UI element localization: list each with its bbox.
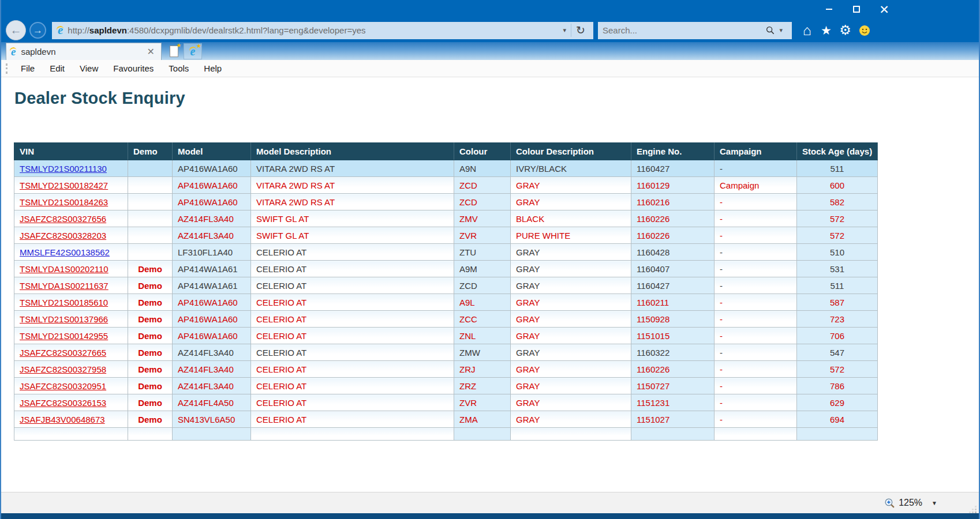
zoom-dropdown-icon[interactable]: ▼ <box>932 500 937 506</box>
footer-cell <box>14 428 128 441</box>
table-row: TSMLYD21S00137966DemoAP416WA1A60CELERIO … <box>14 311 878 328</box>
vin-link[interactable]: JSAFZC82S00327958 <box>20 364 106 374</box>
table-row: JSAFZC82S00326153DemoAZ414FL4A50CELERIO … <box>14 394 878 411</box>
vin-link[interactable]: JSAFZC82S00327665 <box>20 348 106 358</box>
tab-close-icon[interactable]: ✕ <box>145 46 156 57</box>
cell-stock_age: 511 <box>797 277 878 294</box>
cell-model_desc: CELERIO AT <box>251 394 454 411</box>
cell-model: AZ414FL4A50 <box>173 394 251 411</box>
minimize-button[interactable] <box>815 0 843 18</box>
cell-colour_desc: GRAY <box>511 378 631 394</box>
vin-link[interactable]: TSMLYDA1S00211637 <box>20 281 109 291</box>
menu-item-tools[interactable]: Tools <box>161 63 196 73</box>
cell-stock_age: 582 <box>797 194 878 210</box>
resize-grip-dots <box>975 512 977 513</box>
url-text[interactable]: http://sapldevn:4580/dcxpgmlib/dev/dealr… <box>68 25 558 35</box>
cell-model_desc: SWIFT GL AT <box>251 227 454 244</box>
cell-vin: TSMLYD21S00142955 <box>14 328 128 344</box>
vin-link[interactable]: JSAFZC82S00327656 <box>20 214 106 224</box>
forward-button[interactable]: → <box>29 22 46 39</box>
back-icon: ← <box>10 24 22 37</box>
page-title: Dealer Stock Enquiry <box>14 89 979 108</box>
cell-engine_no: 1160226 <box>631 227 715 244</box>
footer-cell <box>797 428 878 441</box>
tab-sapldevn[interactable]: e sapldevn ✕ <box>6 43 162 60</box>
page-content: Dealer Stock Enquiry VINDemoModelModel D… <box>1 77 979 492</box>
cell-stock_age: 723 <box>797 311 878 328</box>
back-button[interactable]: ← <box>6 20 26 40</box>
vin-link[interactable]: TSMLYD21S00182427 <box>20 180 108 190</box>
favorites-button[interactable]: ★ <box>817 20 836 41</box>
address-bar[interactable]: e http://sapldevn:4580/dcxpgmlib/dev/dea… <box>52 22 593 39</box>
settings-button[interactable]: ⚙ <box>836 20 855 41</box>
vin-link[interactable]: TSMLYD21S00211130 <box>20 164 107 174</box>
vin-link[interactable]: MMSLFE42S00138562 <box>20 247 110 257</box>
address-dropdown-icon[interactable]: ▾ <box>559 27 571 34</box>
vin-link[interactable]: JSAFJB43V00648673 <box>20 415 105 424</box>
new-tab-button[interactable] <box>165 44 182 59</box>
cell-engine_no: 1160427 <box>631 277 715 294</box>
maximize-button[interactable] <box>843 0 870 18</box>
cell-colour_desc: GRAY <box>511 194 631 210</box>
home-button[interactable]: ⌂ <box>798 20 817 41</box>
menu-item-favourites[interactable]: Favourites <box>106 63 161 73</box>
table-row: JSAFZC82S00328203AZ414FL3A40SWIFT GL ATZ… <box>14 227 878 244</box>
resize-grip[interactable] <box>970 506 977 513</box>
cell-stock_age: 694 <box>797 411 878 428</box>
vin-link[interactable]: TSMLYDA1S00202110 <box>20 264 109 274</box>
cell-stock_age: 706 <box>797 328 878 344</box>
zoom-in-icon <box>884 498 895 509</box>
cell-model_desc: CELERIO AT <box>251 378 454 394</box>
menu-grip-handle[interactable] <box>6 63 8 74</box>
vin-link[interactable]: TSMLYD21S00185610 <box>20 298 108 307</box>
browser-window: ✕ ← → e http://sapldevn:4580/dcxpgmlib/d… <box>0 0 980 519</box>
cell-campaign: - <box>715 411 797 428</box>
ie-tab-icon: e <box>11 46 16 57</box>
cell-stock_age: 510 <box>797 244 878 261</box>
search-dropdown-icon[interactable]: ▾ <box>775 27 787 34</box>
cell-model: AZ414FL3A40 <box>173 378 251 394</box>
feedback-button[interactable] <box>855 20 874 41</box>
cell-colour: ZCD <box>454 177 511 194</box>
zoom-level: 125% <box>899 498 922 508</box>
cell-engine_no: 1160322 <box>631 344 715 361</box>
vin-link[interactable]: JSAFZC82S00328203 <box>20 231 106 240</box>
edge-button[interactable]: e <box>184 43 202 59</box>
cell-model_desc: VITARA 2WD RS AT <box>251 194 454 210</box>
close-button[interactable]: ✕ <box>870 0 898 18</box>
window-bottom-border <box>1 513 979 519</box>
menu-item-edit[interactable]: Edit <box>42 63 72 73</box>
cell-stock_age: 572 <box>797 361 878 378</box>
cell-colour: A9L <box>454 294 511 311</box>
cell-colour: ZRZ <box>454 378 511 394</box>
cell-stock_age: 572 <box>797 227 878 244</box>
cell-campaign: - <box>715 210 797 227</box>
search-input[interactable] <box>603 25 766 35</box>
cell-stock_age: 547 <box>797 344 878 361</box>
table-row: TSMLYDA1S00202110DemoAP414WA1A61CELERIO … <box>14 261 878 277</box>
menu-item-help[interactable]: Help <box>196 63 229 73</box>
cell-model_desc: CELERIO AT <box>251 294 454 311</box>
cell-colour_desc: GRAY <box>511 277 631 294</box>
vin-link[interactable]: TSMLYD21S00142955 <box>20 331 108 341</box>
vin-link[interactable]: TSMLYD21S00184263 <box>20 197 108 207</box>
cell-engine_no: 1160211 <box>631 294 715 311</box>
cell-model: AP416WA1A60 <box>173 328 251 344</box>
menu-item-view[interactable]: View <box>72 63 106 73</box>
cell-model: AZ414FL3A40 <box>173 344 251 361</box>
search-icon[interactable] <box>766 26 775 35</box>
table-row: TSMLYDA1S00211637DemoAP414WA1A61CELERIO … <box>14 277 878 294</box>
table-row: TSMLYD21S00184263AP416WA1A60VITARA 2WD R… <box>14 194 878 210</box>
cell-demo <box>128 227 173 244</box>
cell-colour_desc: IVRY/BLACK <box>511 160 631 177</box>
vin-link[interactable]: JSAFZC82S00326153 <box>20 398 106 408</box>
cell-vin: JSAFZC82S00327656 <box>14 210 128 227</box>
cell-campaign: - <box>715 194 797 210</box>
search-box[interactable]: ▾ <box>598 22 792 39</box>
navigation-bar: ← → e http://sapldevn:4580/dcxpgmlib/dev… <box>1 18 979 42</box>
menu-item-file[interactable]: File <box>13 63 42 73</box>
vin-link[interactable]: TSMLYD21S00137966 <box>20 314 108 324</box>
vin-link[interactable]: JSAFZC82S00320951 <box>20 381 106 391</box>
refresh-icon[interactable]: ↻ <box>571 24 590 37</box>
zoom-control[interactable]: 125% ▼ <box>884 498 955 509</box>
